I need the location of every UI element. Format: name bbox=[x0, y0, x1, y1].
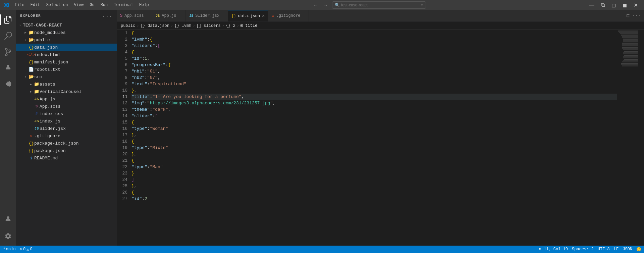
menu-edit[interactable]: Edit bbox=[28, 2, 43, 8]
menu-selection[interactable]: Selection bbox=[44, 2, 71, 8]
jsx-tab-icon: JS bbox=[189, 14, 193, 18]
scss-icon: S bbox=[34, 103, 40, 109]
minimap-line bbox=[623, 40, 638, 41]
run-debug-activity-icon[interactable] bbox=[0, 60, 16, 76]
more-tabs-icon[interactable]: ··· bbox=[632, 13, 641, 19]
encoding-status[interactable]: UTF-8 bbox=[598, 247, 610, 252]
grid-button[interactable]: ◼ bbox=[620, 1, 630, 9]
accounts-activity-icon[interactable] bbox=[0, 211, 16, 227]
menu-view[interactable]: View bbox=[71, 2, 86, 8]
minimap-line bbox=[622, 47, 638, 48]
code-line: "nb1": "01", bbox=[131, 68, 617, 74]
minimap-line bbox=[622, 48, 638, 49]
breadcrumb-sliders[interactable]: [] sliders bbox=[197, 23, 221, 28]
line-number: 2 bbox=[122, 36, 127, 43]
sidebar-item-data-json[interactable]: {} data.json bbox=[16, 44, 117, 51]
src-label: src bbox=[34, 74, 42, 80]
sidebar-item-robots[interactable]: 📄 robots.txt bbox=[16, 66, 117, 73]
forward-button[interactable]: → bbox=[322, 2, 329, 8]
tab-data-json-close[interactable]: × bbox=[262, 13, 265, 19]
data-json-label: data.json bbox=[34, 45, 58, 50]
line-number: 1 bbox=[122, 30, 127, 36]
sidebar-item-slider-jsx[interactable]: JS Slider.jsx bbox=[16, 125, 117, 132]
sidebar-item-manifest[interactable]: {} manifest.json bbox=[16, 58, 117, 66]
line-number: 12 bbox=[122, 100, 127, 106]
sidebar-item-package-lock[interactable]: {} package-lock.json bbox=[16, 140, 117, 147]
sidebar-item-vertical-carousel[interactable]: ▶ 📁 VerticalCarousel bbox=[16, 88, 117, 95]
sidebar-item-src[interactable]: ▾ 📂 src bbox=[16, 73, 117, 81]
git-branch-status[interactable]: ⑂ main bbox=[3, 247, 16, 252]
pkg-arrow-placeholder bbox=[23, 148, 28, 153]
breadcrumb-2[interactable]: {} 2 bbox=[226, 23, 235, 28]
assets-folder-icon: 📁 bbox=[34, 81, 40, 87]
code-line: "id": 2 bbox=[131, 196, 617, 202]
settings-activity-icon[interactable] bbox=[0, 228, 16, 244]
menu-terminal[interactable]: Terminal bbox=[111, 2, 136, 8]
sidebar-item-index-css[interactable]: # index.css bbox=[16, 110, 117, 117]
sidebar-item-index-js[interactable]: JS index.js bbox=[16, 117, 117, 125]
split-editor-button[interactable]: ◻ bbox=[609, 1, 619, 9]
menu-run[interactable]: Run bbox=[98, 2, 111, 8]
sidebar-item-app-js[interactable]: JS App.js bbox=[16, 95, 117, 103]
cursor-position-status[interactable]: Ln 11, Col 19 bbox=[536, 247, 568, 252]
language-status[interactable]: JSON bbox=[623, 247, 632, 252]
warning-icon: ⚠ bbox=[26, 247, 29, 252]
sidebar-item-assets[interactable]: ▶ 📁 assets bbox=[16, 81, 117, 88]
tab-app-scss[interactable]: S App.scss × bbox=[117, 10, 152, 21]
title-bar-right: — ⧉ ◻ ◼ ✕ bbox=[586, 1, 641, 9]
sidebar-item-public[interactable]: ▾ 📂 public bbox=[16, 36, 117, 44]
close-button[interactable]: ✕ bbox=[631, 1, 641, 9]
errors-status[interactable]: ⊗ 0 ⚠ 0 bbox=[20, 247, 33, 252]
maximize-button[interactable]: ⧉ bbox=[598, 1, 607, 9]
tab-gitignore[interactable]: ⊙ .gitignore × bbox=[268, 10, 309, 21]
feedback-status[interactable]: 😊 bbox=[636, 247, 641, 252]
sidebar-item-readme[interactable]: ℹ README.md bbox=[16, 154, 117, 162]
minimize-button[interactable]: — bbox=[586, 1, 597, 9]
search-activity-icon[interactable] bbox=[0, 28, 16, 44]
menu-file[interactable]: File bbox=[12, 2, 27, 8]
editor-code[interactable]: { "lvmh": { "sliders": [ { "id": 1, "pro… bbox=[130, 30, 617, 246]
minimap-line bbox=[622, 36, 638, 37]
spaces-status[interactable]: Spaces: 2 bbox=[572, 247, 594, 252]
code-line: "progressBar": { bbox=[131, 62, 617, 68]
tree-root[interactable]: ▾ TEST-CASE-REACT bbox=[16, 21, 117, 29]
minimap-line bbox=[624, 55, 638, 56]
code-line: { bbox=[131, 189, 617, 196]
tab-app-js[interactable]: JS App.js × bbox=[152, 10, 186, 21]
app-scss-label: App.scss bbox=[40, 104, 60, 109]
title-bar: File Edit Selection View Go Run Terminal… bbox=[0, 0, 644, 10]
gitignore-label: .gitignore bbox=[34, 134, 60, 139]
sidebar-item-node-modules[interactable]: ▶ 📁 node_modules bbox=[16, 29, 117, 36]
tab-data-json[interactable]: {} data.json × bbox=[228, 10, 269, 21]
root-label: TEST-CASE-REACT bbox=[23, 23, 62, 28]
menu-help[interactable]: Help bbox=[137, 2, 152, 8]
minimap-line bbox=[618, 31, 638, 32]
breadcrumb-public[interactable]: public bbox=[121, 23, 135, 28]
back-button[interactable]: ← bbox=[312, 2, 319, 8]
menu-go[interactable]: Go bbox=[87, 2, 97, 8]
minimap[interactable] bbox=[617, 30, 644, 246]
minimap-line bbox=[622, 44, 638, 45]
minimap-line bbox=[623, 49, 638, 50]
tab-data-json-label: data.json bbox=[238, 14, 260, 18]
js-icon: JS bbox=[34, 96, 40, 102]
source-control-activity-icon[interactable] bbox=[0, 44, 16, 60]
breadcrumb-title[interactable]: ⊡ title bbox=[240, 23, 257, 28]
split-editor-icon[interactable]: ⊏ bbox=[627, 12, 630, 19]
tab-slider-jsx[interactable]: JS Slider.jsx × bbox=[186, 10, 228, 21]
code-line: } bbox=[131, 170, 617, 176]
sidebar-item-package-json[interactable]: {} package.json bbox=[16, 147, 117, 154]
line-number: 16 bbox=[122, 125, 127, 132]
sidebar-item-app-scss[interactable]: S App.scss bbox=[16, 103, 117, 110]
extensions-activity-icon[interactable] bbox=[0, 76, 16, 92]
breadcrumb-data-json[interactable]: {} data.json bbox=[140, 23, 169, 28]
sidebar-more-button[interactable]: ... bbox=[102, 13, 113, 19]
explorer-activity-icon[interactable] bbox=[0, 12, 16, 28]
title-search-input[interactable] bbox=[332, 1, 426, 9]
line-ending-status[interactable]: LF bbox=[614, 247, 619, 252]
robots-label: robots.txt bbox=[34, 67, 60, 72]
breadcrumb-lvmh[interactable]: {} lvmh bbox=[174, 23, 191, 28]
sidebar-item-gitignore[interactable]: ⊙ .gitignore bbox=[16, 132, 117, 140]
code-line: "title": "1- Are you looking for a perfu… bbox=[131, 94, 617, 100]
sidebar-item-index-html[interactable]: </> index.html bbox=[16, 51, 117, 58]
